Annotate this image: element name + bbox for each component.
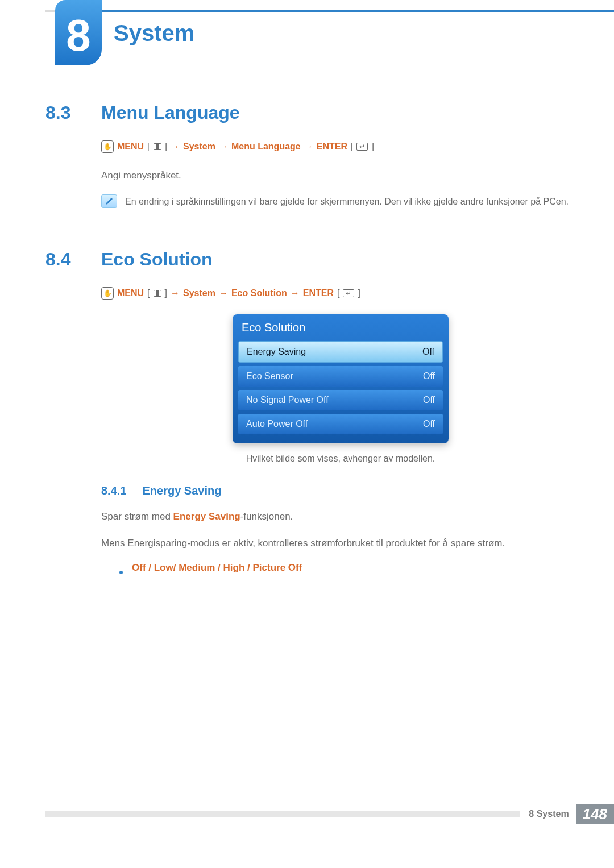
options-bullet: Off / Low/ Medium / High / Picture Off — [101, 562, 580, 574]
nav-enter-label: ENTER — [317, 142, 347, 152]
subsection-number: 8.4.1 — [101, 484, 126, 497]
header-rule-left — [45, 10, 55, 12]
menu-icon — [154, 143, 161, 150]
osd-title: Eco Solution — [233, 314, 449, 341]
nav-enter-label: ENTER — [303, 288, 334, 298]
footer-chapter-label: 8 System — [529, 809, 569, 819]
section-eco-solution: 8.4 Eco Solution ✋ MENU [ ] → System → E… — [45, 249, 580, 574]
subsection-line-1: Spar strøm med Energy Saving-funksjonen. — [101, 509, 580, 524]
section-intro: Angi menyspråket. — [101, 168, 580, 183]
chapter-title: System — [114, 20, 194, 46]
remote-icon: ✋ — [101, 287, 114, 300]
bracket-open: [ — [147, 288, 150, 298]
arrow-icon: → — [171, 142, 180, 152]
nav-item-label: Eco Solution — [231, 288, 287, 298]
bracket-close: ] — [165, 288, 167, 298]
osd-row-label: Energy Saving — [247, 347, 306, 357]
nav-system-label: System — [183, 288, 215, 298]
bracket-open: [ — [351, 142, 353, 152]
osd-row-value: Off — [423, 395, 435, 405]
note-row: En endring i språkinnstillingen vil bare… — [101, 194, 580, 209]
nav-path-menu-language: ✋ MENU [ ] → System → Menu Language → EN… — [101, 140, 580, 153]
nav-menu-label: MENU — [117, 142, 144, 152]
bracket-open: [ — [337, 288, 339, 298]
section-number: 8.3 — [45, 102, 81, 123]
osd-caption: Hvilket bilde som vises, avhenger av mod… — [101, 454, 580, 464]
remote-icon: ✋ — [101, 140, 114, 153]
arrow-icon: → — [219, 288, 228, 298]
arrow-icon: → — [291, 288, 300, 298]
arrow-icon: → — [219, 142, 228, 152]
osd-panel-eco-solution: Eco Solution Energy Saving Off Eco Senso… — [233, 314, 449, 443]
chapter-number: 8 — [66, 13, 90, 57]
header-rule — [45, 10, 614, 12]
text-strong: Energy Saving — [173, 511, 240, 522]
osd-row-eco-sensor[interactable]: Eco Sensor Off — [238, 366, 443, 387]
menu-icon — [154, 290, 161, 297]
nav-menu-label: MENU — [117, 288, 144, 298]
text-post: -funksjonen. — [240, 511, 293, 522]
bracket-close: ] — [165, 142, 167, 152]
section-number: 8.4 — [45, 249, 81, 270]
bracket-close: ] — [358, 288, 360, 298]
footer-bar — [45, 811, 520, 817]
osd-row-value: Off — [423, 371, 435, 381]
osd-row-value: Off — [423, 419, 435, 429]
nav-path-eco-solution: ✋ MENU [ ] → System → Eco Solution → ENT… — [101, 287, 580, 300]
bracket-close: ] — [371, 142, 374, 152]
osd-row-label: Eco Sensor — [246, 371, 293, 381]
text-pre: Spar strøm med — [101, 511, 173, 522]
subsection-title: Energy Saving — [142, 484, 221, 497]
osd-row-label: No Signal Power Off — [246, 395, 329, 405]
page-footer: 8 System 148 — [45, 804, 614, 824]
osd-row-auto-power-off[interactable]: Auto Power Off Off — [238, 414, 443, 434]
note-icon — [101, 194, 117, 208]
section-title: Eco Solution — [101, 249, 213, 270]
nav-item-label: Menu Language — [231, 142, 301, 152]
options-list: Off / Low/ Medium / High / Picture Off — [132, 562, 302, 574]
chapter-badge: 8 — [55, 0, 102, 65]
osd-row-no-signal-power-off[interactable]: No Signal Power Off Off — [238, 390, 443, 410]
note-text: En endring i språkinnstillingen vil bare… — [125, 194, 569, 209]
enter-icon — [343, 289, 354, 297]
bracket-open: [ — [147, 142, 150, 152]
arrow-icon: → — [171, 288, 180, 298]
section-title: Menu Language — [101, 102, 240, 123]
arrow-icon: → — [304, 142, 313, 152]
section-menu-language: 8.3 Menu Language ✋ MENU [ ] → System → … — [45, 102, 580, 209]
subsection-line-2: Mens Energisparing-modus er aktiv, kontr… — [101, 535, 580, 551]
footer-page-number: 148 — [576, 804, 614, 824]
bullet-icon — [119, 571, 123, 574]
enter-icon — [356, 143, 368, 151]
osd-row-energy-saving[interactable]: Energy Saving Off — [238, 341, 443, 363]
nav-system-label: System — [183, 142, 215, 152]
osd-row-label: Auto Power Off — [246, 419, 308, 429]
osd-row-value: Off — [422, 347, 434, 357]
